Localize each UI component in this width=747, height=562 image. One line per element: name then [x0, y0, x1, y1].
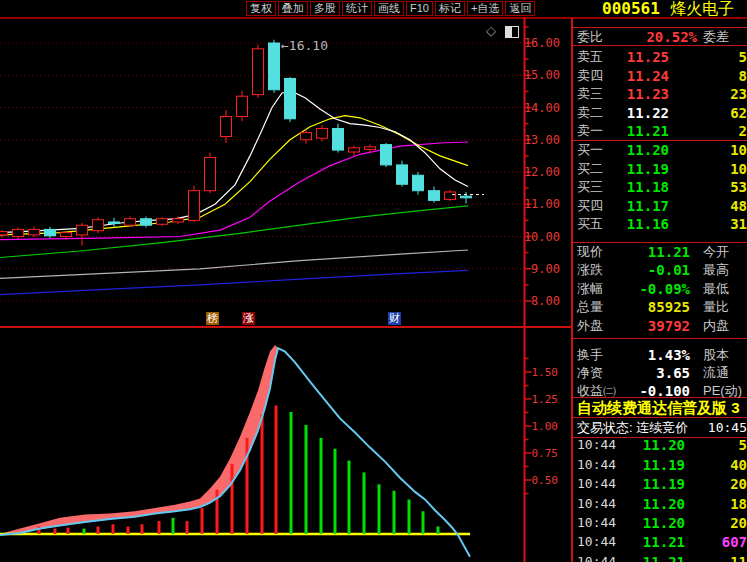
panel-separator — [573, 417, 747, 418]
bid-label: 买二 — [577, 160, 603, 178]
indicator-tick-label: 1.00 — [532, 420, 559, 433]
tick-row: 10:4411.2020 — [573, 514, 747, 532]
ask-price: 11.24 — [627, 67, 669, 85]
weibi-row: 委比20.52%委差 — [573, 28, 747, 46]
ask-volume: 2 — [739, 122, 747, 140]
stock-name: 烽火电子 — [670, 0, 734, 17]
tick-row: 10:4411.2018 — [573, 495, 747, 513]
bid-volume: 10 — [730, 141, 747, 159]
stat-row-total-volume: 总量85925量比 — [573, 298, 747, 316]
trade-status-row: 交易状态: 连续竞价10:45 — [573, 419, 747, 437]
ask-label: 卖三 — [577, 85, 603, 103]
diamond-marker-icon[interactable]: ◇ — [486, 23, 496, 38]
statistics-button[interactable]: 统计 — [342, 1, 372, 16]
peak-price-annotation: ←16.10 — [281, 38, 328, 53]
stat-right-label: 量比 — [703, 298, 729, 316]
ask-row-2[interactable]: 卖四11.248 — [573, 67, 747, 85]
price-tick-label: 13.00 — [524, 133, 560, 147]
candle — [0, 232, 8, 235]
bid-row-1[interactable]: 买一11.2010 — [573, 141, 747, 159]
bid-volume: 10 — [730, 160, 747, 178]
stat-value: 85925 — [648, 298, 690, 316]
stat-right-label: 股本 — [703, 346, 729, 364]
ask-volume: 62 — [730, 104, 747, 122]
ask-row-4[interactable]: 卖二11.2262 — [573, 104, 747, 122]
stat-right-label: PE(动) — [703, 382, 742, 400]
candle — [125, 219, 136, 225]
tick-price: 11.19 — [643, 456, 685, 474]
indicator-tick-label: 1.50 — [532, 366, 559, 379]
weicha-label: 委差 — [703, 28, 729, 46]
candle — [381, 145, 392, 165]
tick-time: 10:44 — [577, 514, 616, 532]
ask-price: 11.22 — [627, 104, 669, 122]
candle — [397, 165, 408, 184]
split-window-icon[interactable] — [505, 26, 519, 38]
tick-row: 10:4411.205 — [573, 436, 747, 454]
tick-time: 10:44 — [577, 533, 616, 551]
price-tick-label: 12.00 — [524, 165, 560, 179]
bid-volume: 31 — [730, 215, 747, 233]
stock-title: 000561 烽火电子 — [602, 0, 734, 17]
add-watchlist-button[interactable]: +自选 — [467, 1, 503, 16]
bid-label: 买一 — [577, 141, 603, 159]
candle — [365, 147, 376, 150]
ma-blue — [0, 270, 468, 294]
stat-value: 11.21 — [648, 243, 690, 261]
ask-volume: 5 — [739, 48, 747, 66]
tick-row: 10:4411.1920 — [573, 475, 747, 493]
candle — [109, 222, 120, 224]
stat-right-label: 最高 — [703, 261, 729, 279]
tick-time: 10:44 — [577, 475, 616, 493]
main-candlestick-chart[interactable]: 16.0015.0014.0013.0012.0011.0010.009.008… — [0, 18, 563, 328]
candle — [93, 220, 104, 231]
indicator-tick-label: 0.50 — [532, 474, 559, 487]
trade-status-text: 交易状态: 连续竞价 — [577, 419, 688, 437]
candle — [221, 117, 232, 137]
ask-row-3[interactable]: 卖三11.2323 — [573, 85, 747, 103]
tag-zhang[interactable]: 涨 — [242, 312, 255, 325]
bid-row-4[interactable]: 买四11.1748 — [573, 197, 747, 215]
overlay-button[interactable]: 叠加 — [278, 1, 308, 16]
tag-cai[interactable]: 财 — [388, 312, 401, 325]
price-tick-label: 14.00 — [524, 101, 560, 115]
mark-button[interactable]: 标记 — [435, 1, 465, 16]
candle — [45, 229, 56, 235]
indicator-chart[interactable]: 1.501.251.000.750.50 — [0, 328, 563, 562]
adjust-price-button[interactable]: 复权 — [246, 1, 276, 16]
candle — [445, 192, 456, 199]
bid-row-2[interactable]: 买二11.1910 — [573, 160, 747, 178]
stat-label: 现价 — [577, 243, 603, 261]
tick-time: 10:44 — [577, 495, 616, 513]
candle — [173, 219, 184, 222]
weibi-label: 委比 — [577, 28, 603, 46]
tick-volume: 5 — [739, 436, 747, 454]
draw-line-button[interactable]: 画线 — [374, 1, 404, 16]
bid-row-3[interactable]: 买三11.1853 — [573, 178, 747, 196]
tick-volume: 18 — [730, 495, 747, 513]
multi-stock-button[interactable]: 多股 — [310, 1, 340, 16]
weibi-value: 20.52% — [646, 28, 697, 46]
bid-label: 买三 — [577, 178, 603, 196]
candle — [77, 225, 88, 235]
ask-row-1[interactable]: 卖五11.255 — [573, 48, 747, 66]
tick-volume: 20 — [730, 514, 747, 532]
f10-button[interactable]: F10 — [406, 1, 433, 16]
bid-row-5[interactable]: 买五11.1631 — [573, 215, 747, 233]
ma-magenta — [0, 142, 468, 240]
back-button[interactable]: 返回 — [505, 1, 535, 16]
stat-row-turnover: 换手1.43%股本 — [573, 346, 747, 364]
candle — [285, 78, 296, 118]
notice-row[interactable]: 自动续费通达信普及版 3 — [573, 399, 747, 417]
candle — [157, 219, 168, 224]
quote-panel: 委比20.52%委差卖五11.255卖四11.248卖三11.2323卖二11.… — [571, 18, 747, 562]
price-tick-label: 11.00 — [524, 197, 560, 211]
ask-label: 卖四 — [577, 67, 603, 85]
price-tick-label: 16.00 — [524, 36, 560, 50]
ask-volume: 8 — [739, 67, 747, 85]
tag-bang[interactable]: 榜 — [206, 312, 219, 325]
candle — [205, 157, 216, 190]
bid-label: 买四 — [577, 197, 603, 215]
stat-right-label: 最低 — [703, 280, 729, 298]
ask-row-5[interactable]: 卖一11.212 — [573, 122, 747, 140]
